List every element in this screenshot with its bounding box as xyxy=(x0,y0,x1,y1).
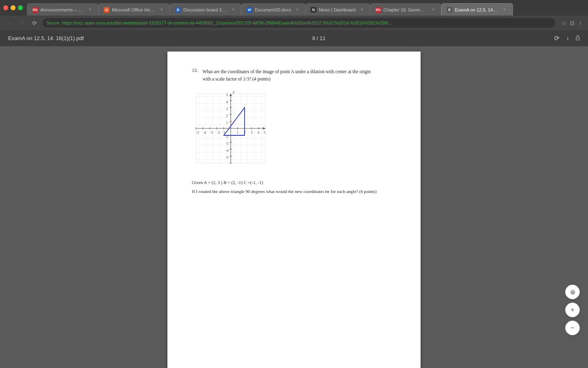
question-13-block: 13. What are the coordinates of the imag… xyxy=(192,68,396,83)
reload-button[interactable]: ⟳ xyxy=(29,18,39,28)
tab-label-exam: ExamA on 12.5, 14. 16… xyxy=(455,7,499,12)
given-text: Given A = (2, 3 ) B = (2, -1) C =(-1, -1… xyxy=(192,180,396,185)
svg-text:5: 5 xyxy=(226,93,228,97)
tab-label-news: News | Dashboard xyxy=(319,7,356,12)
tab-announcements[interactable]: Bb Announcements – 201… × xyxy=(27,3,98,16)
tabs-container: Bb Announcements – 201… × O Microsoft Of… xyxy=(27,0,513,16)
svg-text:-3: -3 xyxy=(226,142,229,146)
nav-buttons: ‹ › ⟳ xyxy=(5,18,39,28)
coordinate-graph: -5 -4 -3 -2 -1 1 2 3 4 5 5 4 3 2 1 -2 xyxy=(192,90,270,173)
tab-document[interactable]: W Document20.docx × xyxy=(241,3,305,16)
fit-zoom-icon: ⊕ xyxy=(570,288,575,296)
fit-zoom-button[interactable]: ⊕ xyxy=(565,285,580,299)
close-button[interactable] xyxy=(3,5,8,10)
back-button[interactable]: ‹ xyxy=(5,18,15,28)
svg-text:5: 5 xyxy=(264,131,265,135)
zoom-buttons: ⊕ + − xyxy=(565,285,580,335)
forward-button[interactable]: › xyxy=(17,18,27,28)
tab-favicon-announcements: Bb xyxy=(32,7,38,13)
pdf-page-info: 8 / 11 xyxy=(312,35,326,41)
svg-text:1: 1 xyxy=(237,131,238,135)
question-main-text: What are the coordinates of the image of… xyxy=(203,69,371,74)
zoom-in-icon: + xyxy=(570,306,574,314)
tab-close-document[interactable]: × xyxy=(294,7,300,13)
svg-text:4: 4 xyxy=(226,100,228,104)
tab-exam[interactable]: E ExamA on 12.5, 14. 16… × xyxy=(441,3,513,16)
zoom-out-icon: − xyxy=(570,324,574,332)
zoom-in-button[interactable]: + xyxy=(565,303,580,317)
extensions-icon[interactable]: ⊡ xyxy=(570,20,575,26)
svg-text:-4: -4 xyxy=(203,131,206,135)
minimize-button[interactable] xyxy=(11,5,16,10)
tab-favicon-office: O xyxy=(104,7,109,13)
main-content: 13. What are the coordinates of the imag… xyxy=(0,47,588,368)
traffic-lights xyxy=(3,5,23,10)
tab-news[interactable]: N News | Dashboard × xyxy=(305,3,370,16)
pdf-toolbar-actions: ⟳ ↓ ⎙ xyxy=(554,34,580,42)
svg-text:2: 2 xyxy=(226,114,228,118)
svg-text:-2: -2 xyxy=(217,131,220,135)
svg-text:4: 4 xyxy=(258,131,259,135)
tab-label-announcements: Announcements – 201… xyxy=(40,7,84,12)
tab-close-announcements[interactable]: × xyxy=(87,7,93,13)
browser-frame: Bb Announcements – 201… × O Microsoft Of… xyxy=(0,0,588,368)
tab-office[interactable]: O Microsoft Office Home × xyxy=(98,3,170,16)
address-bar: ‹ › ⟳ Secure https://mcc.open.suny.edu/b… xyxy=(0,16,588,30)
tab-label-discussion: Discussion board 3.dc… xyxy=(183,7,227,12)
tab-discussion[interactable]: D Discussion board 3.dc… × xyxy=(170,3,241,16)
tab-label-office: Microsoft Office Home xyxy=(112,7,156,12)
url-bar[interactable]: Secure https://mcc.open.suny.edu/bbcsweb… xyxy=(42,18,555,28)
tab-favicon-news: N xyxy=(311,7,316,13)
svg-text:1: 1 xyxy=(226,121,228,125)
question-text-block: What are the coordinates of the image of… xyxy=(203,68,371,83)
bookmark-icon[interactable]: ☆ xyxy=(562,20,567,26)
tab-favicon-document: W xyxy=(247,7,252,13)
pdf-page: 13. What are the coordinates of the imag… xyxy=(167,52,421,368)
tab-close-exam[interactable]: × xyxy=(502,7,508,13)
secure-badge: Secure xyxy=(47,21,60,25)
tab-bar: Bb Announcements – 201… × O Microsoft Of… xyxy=(0,0,588,16)
zoom-out-button[interactable]: − xyxy=(565,321,580,335)
url-text: https://mcc.open.suny.edu/bbcswebdav/pid… xyxy=(62,20,392,25)
menu-icon[interactable]: ⋮ xyxy=(578,20,583,26)
rotation-text: If I rotated the above triangle 90 degre… xyxy=(192,189,396,194)
svg-text:-5: -5 xyxy=(226,156,229,159)
rotate-icon[interactable]: ⟳ xyxy=(554,34,559,42)
maximize-button[interactable] xyxy=(18,5,23,10)
pdf-title: ExamA on 12.5, 14. 16(1)(1).pdf xyxy=(8,35,84,41)
svg-text:3: 3 xyxy=(226,107,228,111)
tab-favicon-exam: E xyxy=(447,7,452,13)
tab-label-document: Document20.docx xyxy=(255,7,291,12)
tab-favicon-chapter: Bb xyxy=(375,7,381,13)
tab-close-discussion[interactable]: × xyxy=(230,7,236,13)
tab-close-chapter[interactable]: × xyxy=(430,7,436,13)
tab-label-chapter: Chapter 16: Geometry… xyxy=(383,7,427,12)
question-number: 13. xyxy=(192,68,201,83)
download-icon[interactable]: ↓ xyxy=(566,34,569,42)
tab-close-office[interactable]: × xyxy=(159,7,165,13)
print-icon[interactable]: ⎙ xyxy=(576,34,580,42)
url-icons: ☆ ⊡ ⋮ xyxy=(562,20,583,26)
svg-text:-3: -3 xyxy=(210,131,213,135)
tab-chapter[interactable]: Bb Chapter 16: Geometry… × xyxy=(370,3,441,16)
pdf-toolbar: ExamA on 12.5, 14. 16(1)(1).pdf 8 / 11 ⟳… xyxy=(0,30,588,47)
graph-container: -5 -4 -3 -2 -1 1 2 3 4 5 5 4 3 2 1 -2 xyxy=(192,90,396,173)
svg-text:3: 3 xyxy=(251,131,252,135)
svg-text:y: y xyxy=(232,90,235,94)
svg-text:-4: -4 xyxy=(226,149,229,153)
tab-close-news[interactable]: × xyxy=(359,7,365,13)
tab-favicon-discussion: D xyxy=(175,7,181,13)
question-sub-text: with a scale factor of 1/3? (4 points) xyxy=(203,76,270,81)
svg-text:-5: -5 xyxy=(196,131,199,135)
